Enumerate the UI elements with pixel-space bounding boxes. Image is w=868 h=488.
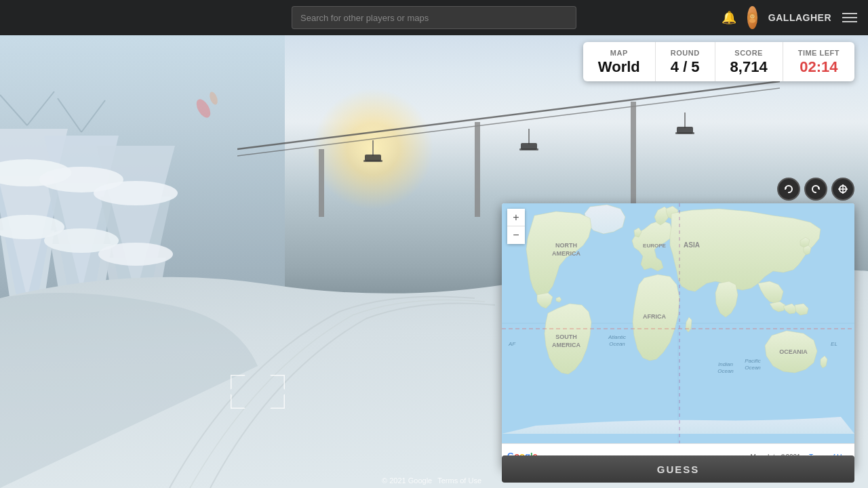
bottom-bar: © 2021 Google Terms of Use xyxy=(0,473,488,488)
svg-text:SOUTH: SOUTH xyxy=(555,333,577,340)
svg-rect-28 xyxy=(475,122,480,217)
copyright-text: © 2021 Google xyxy=(382,476,432,485)
svg-text:Ocean: Ocean xyxy=(609,341,625,347)
svg-text:AFRICA: AFRICA xyxy=(643,313,666,320)
svg-point-40 xyxy=(750,14,754,18)
map-panel[interactable]: ASIA EUROPE AFRICA NORTH AMERICA SOUTH A… xyxy=(502,203,854,468)
search-input[interactable] xyxy=(300,13,568,23)
guess-button[interactable]: GUESS xyxy=(502,455,854,483)
svg-line-26 xyxy=(237,88,780,156)
rotate-right-button[interactable] xyxy=(804,178,827,201)
svg-rect-38 xyxy=(675,132,694,134)
time-cell: TIME LEFT 02:14 xyxy=(783,42,854,81)
score-value: 8,714 xyxy=(730,60,768,75)
username-label: GALLAGHER xyxy=(768,12,831,23)
map-zoom-controls: + − xyxy=(507,209,525,244)
time-label: TIME LEFT xyxy=(798,49,840,57)
top-navigation: 🔔 GALLAGHER xyxy=(0,0,868,35)
fullscreen-button[interactable] xyxy=(831,178,854,201)
zoom-in-button[interactable]: + xyxy=(507,209,525,226)
svg-point-41 xyxy=(749,19,755,23)
svg-text:Indian: Indian xyxy=(718,361,733,367)
svg-point-43 xyxy=(753,16,753,16)
search-bar[interactable] xyxy=(292,6,576,29)
score-label: SCORE xyxy=(730,49,768,57)
round-label: ROUND xyxy=(671,49,700,57)
svg-text:Ocean: Ocean xyxy=(745,365,761,371)
svg-text:AMERICA: AMERICA xyxy=(552,342,580,348)
score-cell: SCORE 8,714 xyxy=(715,42,783,81)
user-avatar[interactable] xyxy=(747,6,757,29)
rotate-left-button[interactable] xyxy=(777,178,800,201)
expand-icon[interactable] xyxy=(231,375,285,413)
svg-point-42 xyxy=(751,16,752,16)
svg-rect-29 xyxy=(631,102,636,210)
zoom-out-button[interactable]: − xyxy=(507,226,525,244)
svg-point-18 xyxy=(94,181,178,205)
score-panel: MAP World ROUND 4 / 5 SCORE 8,714 TIME L… xyxy=(583,42,854,81)
svg-text:EUROPE: EUROPE xyxy=(643,243,666,249)
search-container xyxy=(146,6,722,29)
footer-terms[interactable]: Terms of Use xyxy=(437,476,481,485)
svg-text:AF: AF xyxy=(508,341,516,347)
svg-text:Ocean: Ocean xyxy=(717,368,734,374)
map-cell: MAP World xyxy=(583,42,656,81)
svg-text:EL: EL xyxy=(831,341,837,347)
world-map-svg[interactable]: ASIA EUROPE AFRICA NORTH AMERICA SOUTH A… xyxy=(502,203,854,443)
hamburger-menu-icon[interactable] xyxy=(842,13,857,22)
svg-text:Atlantic: Atlantic xyxy=(608,334,626,340)
nav-right: 🔔 GALLAGHER xyxy=(722,6,857,29)
round-value: 4 / 5 xyxy=(671,60,700,75)
svg-rect-35 xyxy=(519,148,538,150)
svg-line-25 xyxy=(237,81,780,149)
svg-rect-32 xyxy=(363,160,382,162)
svg-text:NORTH: NORTH xyxy=(555,242,577,249)
svg-text:ASIA: ASIA xyxy=(684,241,700,249)
svg-text:OCEANIA: OCEANIA xyxy=(779,348,808,355)
svg-text:AMERICA: AMERICA xyxy=(552,250,580,257)
time-value: 02:14 xyxy=(798,60,840,75)
round-cell: ROUND 4 / 5 xyxy=(656,42,715,81)
svg-rect-27 xyxy=(319,149,324,217)
svg-text:Pacific: Pacific xyxy=(745,358,761,364)
map-content[interactable]: ASIA EUROPE AFRICA NORTH AMERICA SOUTH A… xyxy=(502,203,854,443)
map-value: World xyxy=(598,60,640,75)
map-rotation-controls xyxy=(777,178,854,201)
map-label: MAP xyxy=(598,49,640,57)
notification-bell-icon[interactable]: 🔔 xyxy=(722,10,736,25)
